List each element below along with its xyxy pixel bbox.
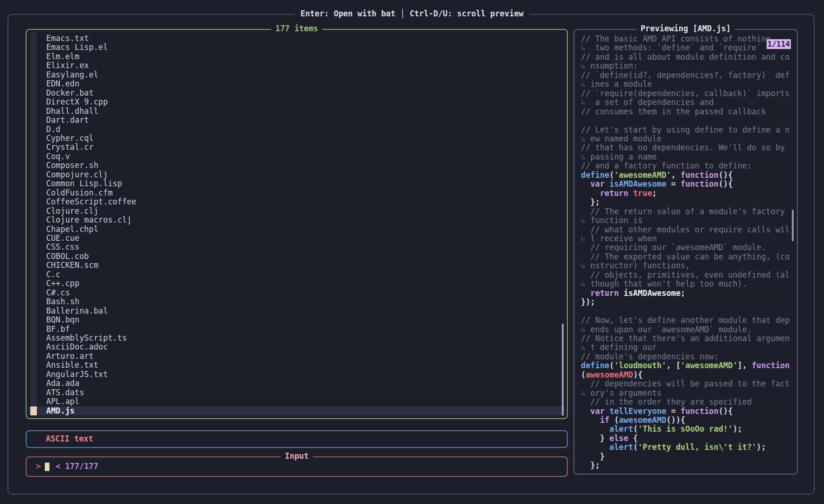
file-list-item[interactable]: Elixir.ex xyxy=(28,61,565,70)
file-name: AMD.js xyxy=(46,406,75,415)
file-list-item[interactable]: C++.cpp xyxy=(28,279,565,288)
file-list-item[interactable]: Coq.v xyxy=(28,152,565,161)
file-list-item[interactable]: Arturo.art xyxy=(28,352,565,361)
file-name: Compojure.clj xyxy=(46,170,108,179)
file-list-item[interactable]: Ansible.txt xyxy=(28,361,565,370)
file-name: Common Lisp.lisp xyxy=(46,179,122,188)
preview-code-line: ↳ nstructor) functions, xyxy=(581,261,796,270)
file-name: Clojure macros.clj xyxy=(46,216,132,224)
selection-bar xyxy=(30,406,37,415)
file-name: BQN.bqn xyxy=(46,315,79,324)
file-list-item[interactable]: C#.cs xyxy=(28,288,565,297)
file-list-item[interactable]: APL.apl xyxy=(28,397,565,406)
preview-code-line: alert('This is sOoOo rad!'); xyxy=(581,425,796,434)
file-list-item[interactable]: Clojure macros.clj xyxy=(28,216,565,224)
file-list: Emacs.txtEmacs Lisp.elElm.elmElixir.exEa… xyxy=(27,34,567,415)
file-list-item[interactable]: CUE.cue xyxy=(28,234,565,243)
file-list-item[interactable]: Chapel.chpl xyxy=(28,225,565,234)
file-list-item[interactable]: Easylang.el xyxy=(28,70,565,79)
preview-code-line: ↳ ines a module xyxy=(581,80,796,89)
file-list-item[interactable]: DirectX 9.cpp xyxy=(28,98,565,106)
file-list-item[interactable]: CHICKEN.scm xyxy=(28,261,565,270)
file-name: Bash.sh xyxy=(46,297,79,306)
preview-code-line: ↳ two methods: `define` and `require` xyxy=(581,43,796,52)
file-name: ATS.dats xyxy=(46,388,84,397)
file-name: DirectX 9.cpp xyxy=(46,98,108,106)
preview-code-line: var isAMDAwesome = function(){ xyxy=(581,180,796,189)
file-list-item[interactable]: Bash.sh xyxy=(28,297,565,306)
app-window: Enter: Open with bat │ Ctrl-D/U: scroll … xyxy=(0,0,824,504)
file-list-item[interactable]: AMD.js xyxy=(28,406,565,415)
file-list-item[interactable]: ATS.dats xyxy=(28,388,565,397)
preview-code-line: ↳ t defining our xyxy=(581,343,796,352)
preview-code-line: // in the order they are specified xyxy=(581,398,796,406)
preview-code-line: }; xyxy=(581,461,796,470)
file-name: CUE.cue xyxy=(46,234,79,243)
file-name: CHICKEN.scm xyxy=(46,261,98,270)
file-list-item[interactable]: AngularJS.txt xyxy=(28,370,565,379)
preview-scrollbar-thumb[interactable] xyxy=(792,210,794,241)
file-list-item[interactable]: Emacs.txt xyxy=(28,34,565,43)
file-list-item[interactable]: Dart.dart xyxy=(28,116,565,125)
file-name: Dhall.dhall xyxy=(46,107,98,116)
result-count: < 177/177 xyxy=(56,462,98,471)
preview-code-line: (awesomeAMD){ xyxy=(581,371,796,379)
file-name: Chapel.chpl xyxy=(46,225,98,234)
file-list-item[interactable]: C.c xyxy=(28,270,565,279)
file-list-item[interactable]: Emacs Lisp.el xyxy=(28,43,565,52)
file-name: AssemblyScript.ts xyxy=(46,334,127,343)
file-name: Ada.ada xyxy=(46,379,79,388)
file-list-item[interactable]: AssemblyScript.ts xyxy=(28,334,565,343)
file-name: Elm.elm xyxy=(46,52,79,61)
preview-panel: Previewing [AMD.js] 1/114 // The basic A… xyxy=(573,29,798,475)
preview-code-line xyxy=(581,116,796,125)
results-panel: 177 items Emacs.txtEmacs Lisp.elElm.elmE… xyxy=(26,29,568,419)
preview-code-line: // Let's start by using define to define… xyxy=(581,126,796,134)
file-list-item[interactable]: D.d xyxy=(28,125,565,134)
preview-code-line: ↳ ory's arguments xyxy=(581,389,796,398)
input-panel-title: Input xyxy=(281,452,313,461)
file-list-item[interactable]: Common Lisp.lisp xyxy=(28,179,565,188)
preview-code-line: // Notice that there's an additional arg… xyxy=(581,334,796,343)
file-list-item[interactable]: Cypher.cql xyxy=(28,134,565,143)
file-list-item[interactable]: Ada.ada xyxy=(28,379,565,388)
preview-code-line: // requiring our `awesomeAMD` module. xyxy=(581,243,796,252)
file-list-item[interactable]: EDN.edn xyxy=(28,79,565,88)
file-name: Cypher.cql xyxy=(46,134,94,143)
file-name: Composer.sh xyxy=(46,161,98,170)
file-list-item[interactable]: Clojure.clj xyxy=(28,207,565,216)
file-list-item[interactable]: Dhall.dhall xyxy=(28,107,565,116)
preview-code-line: return isAMDAwesome; xyxy=(581,289,796,298)
file-list-item[interactable]: Crystal.cr xyxy=(28,143,565,152)
file-name: Crystal.cr xyxy=(46,143,94,152)
file-name: CSS.css xyxy=(46,243,79,252)
file-list-item[interactable]: Composer.sh xyxy=(28,161,565,170)
file-list-item[interactable]: ColdFusion.cfm xyxy=(28,189,565,197)
search-input[interactable]: > < 177/177 xyxy=(36,462,98,471)
preview-code-line: ↳ function is xyxy=(581,216,796,225)
file-name: D.d xyxy=(46,125,61,134)
results-scrollbar-thumb[interactable] xyxy=(562,323,564,416)
file-list-item[interactable]: BQN.bqn xyxy=(28,315,565,324)
input-panel[interactable]: Input > < 177/177 xyxy=(26,456,568,477)
file-list-item[interactable]: Elm.elm xyxy=(28,52,565,61)
preview-code-line: } xyxy=(581,452,796,461)
file-name: COBOL.cob xyxy=(46,252,89,261)
preview-code-line: if (awesomeAMD()){ xyxy=(581,416,796,425)
preview-code-line: define('loudmouth', ['awesomeAMD'], func… xyxy=(581,361,796,370)
file-name: C.c xyxy=(46,270,61,279)
preview-panel-title: Previewing [AMD.js] xyxy=(636,24,735,33)
file-list-item[interactable]: AsciiDoc.adoc xyxy=(28,343,565,351)
file-list-item[interactable]: Ballerina.bal xyxy=(28,307,565,315)
file-list-item[interactable]: BF.bf xyxy=(28,325,565,334)
file-list-item[interactable]: CSS.css xyxy=(28,243,565,252)
file-list-item[interactable]: Compojure.clj xyxy=(28,170,565,179)
file-list-item[interactable]: CoffeeScript.coffee xyxy=(28,197,565,206)
file-name: Dart.dart xyxy=(46,116,89,125)
file-name: AsciiDoc.adoc xyxy=(46,343,108,351)
file-name: AngularJS.txt xyxy=(46,370,108,379)
file-name: Arturo.art xyxy=(46,352,94,361)
file-list-item[interactable]: Docker.bat xyxy=(28,89,565,98)
preview-code-line: }; xyxy=(581,198,796,207)
file-list-item[interactable]: COBOL.cob xyxy=(28,252,565,261)
